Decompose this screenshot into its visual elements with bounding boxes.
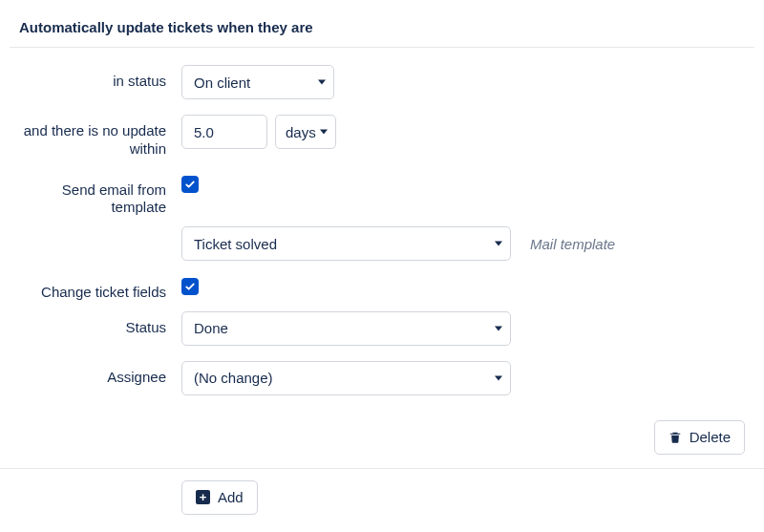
delete-button[interactable]: Delete (654, 420, 745, 455)
duration-unit-value: days (286, 124, 316, 140)
assignee-value: (No change) (194, 370, 273, 386)
assignee-label: Assignee (10, 361, 181, 387)
section-title: Automatically update tickets when they a… (10, 19, 754, 48)
change-fields-label: Change ticket fields (10, 276, 181, 302)
send-email-checkbox[interactable] (181, 176, 199, 193)
duration-value-input[interactable] (181, 115, 267, 149)
chevron-down-icon (320, 130, 328, 135)
chevron-down-icon (318, 80, 326, 85)
in-status-label: in status (10, 65, 181, 91)
status-select[interactable]: Done (181, 311, 511, 346)
mail-template-hint: Mail template (530, 236, 615, 252)
mail-template-select[interactable]: Ticket solved (181, 226, 511, 261)
plus-icon: + (196, 490, 210, 504)
send-email-label: Send email from template (10, 174, 181, 218)
add-button[interactable]: + Add (181, 480, 258, 515)
trash-icon (668, 431, 682, 444)
no-update-label: and there is no update within (10, 115, 181, 159)
in-status-value: On client (194, 74, 250, 91)
delete-button-label: Delete (690, 429, 731, 445)
in-status-select[interactable]: On client (181, 65, 334, 99)
status-label: Status (10, 311, 181, 337)
chevron-down-icon (495, 375, 502, 380)
change-fields-checkbox[interactable] (181, 278, 199, 295)
duration-unit-select[interactable]: days (275, 115, 336, 149)
status-value: Done (194, 320, 228, 336)
chevron-down-icon (495, 242, 502, 246)
check-icon (184, 281, 196, 292)
mail-template-value: Ticket solved (194, 236, 277, 252)
add-button-label: Add (218, 489, 244, 505)
check-icon (184, 179, 196, 190)
chevron-down-icon (495, 326, 502, 330)
assignee-select[interactable]: (No change) (181, 361, 511, 395)
